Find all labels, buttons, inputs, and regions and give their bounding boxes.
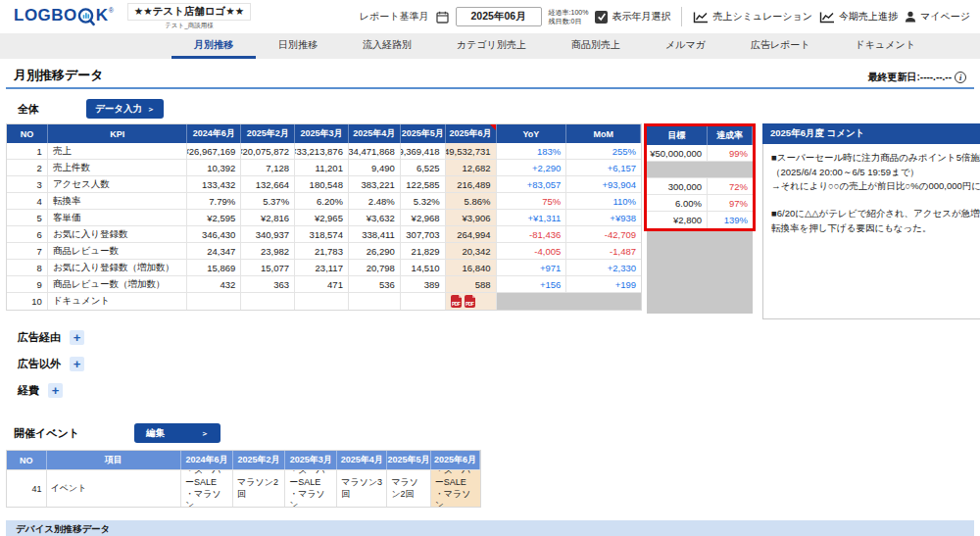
elapsed-rate: 経過率:100% (549, 8, 589, 17)
value-cell: ¥2,965 (295, 210, 349, 225)
value-cell: 15,869 (187, 260, 241, 275)
comment-marker-icon (490, 124, 496, 130)
logbook-logo[interactable]: LOGBO K ® (14, 5, 114, 28)
target-row: ¥50,000,00099% (647, 145, 753, 162)
kpi-name: 商品レビュー数 (48, 243, 188, 259)
comment-line: ■6/20に△△がテレビで紹介され、アクセスが急増。 (771, 207, 980, 221)
target-row: 6.00%97% (647, 195, 753, 212)
value-cell: 20,798 (349, 260, 401, 275)
value-cell: 15,077 (241, 260, 295, 275)
row-no: 9 (7, 276, 48, 292)
tab-流入経路別[interactable]: 流入経路別 (340, 33, 434, 59)
value-cell: 20,342 (446, 243, 497, 259)
value-cell: 14,510 (401, 260, 446, 275)
data-input-button[interactable]: データ入力 ＞ (86, 99, 164, 119)
row-no: 3 (7, 176, 48, 192)
value-cell: 132,664 (241, 176, 295, 192)
kpi-name: 売上 (48, 143, 188, 159)
value-cell: 5.86% (446, 193, 497, 209)
info-icon[interactable]: i (955, 72, 966, 83)
value-cell (349, 293, 401, 310)
expand-plus-icon[interactable]: + (48, 383, 63, 398)
main-content: 月別推移データ 最終更新日:----.--.-- i 全体 データ入力 ＞ NO… (0, 67, 980, 536)
value-cell: 122,585 (401, 176, 446, 192)
pdf-file-icon[interactable] (451, 295, 462, 308)
event-edit-button[interactable]: 編集 ＞ (134, 423, 220, 443)
value-cell: 21,783 (295, 243, 349, 259)
sales-simulation-link[interactable]: 売上シミュレーション (693, 10, 812, 24)
event-item-name: イベント (47, 470, 181, 507)
tab-月別推移[interactable]: 月別推移 (172, 33, 256, 59)
data-input-label: データ入力 (95, 103, 142, 116)
mom-cell: +93,904 (566, 176, 641, 192)
row-no: 7 (7, 243, 48, 259)
pdf-file-icon[interactable] (465, 295, 475, 308)
sales-progress-link[interactable]: 今期売上進捗 (819, 10, 898, 24)
tab-メルマガ[interactable]: メルマガ (643, 33, 728, 59)
calendar-icon[interactable] (436, 11, 449, 24)
store-logo: ★★テスト店舗ロゴ★★ テスト_商談用様 (127, 3, 251, 30)
yoy-cell: 183% (497, 143, 567, 159)
table-row: 3アクセス人数133,432132,664180,548383,221122,5… (7, 176, 641, 193)
column-header: 2025年6月 (431, 451, 480, 469)
yoy-cell: +83,057 (497, 176, 567, 192)
kpi-name: 売上件数 (48, 160, 188, 175)
row-no: 5 (7, 210, 48, 225)
expand-plus-icon[interactable]: + (70, 330, 84, 345)
comment-body: ■スーパーセール時に注力商品のみポイント5倍施策を実施。（2025/6/4 20… (762, 144, 980, 319)
registered-mark: ® (109, 7, 114, 14)
value-cell (295, 293, 349, 310)
magnifier-logo-icon (76, 7, 97, 28)
value-cell: 7,128 (241, 160, 295, 175)
target-table-header-row: 目標達成率 (647, 126, 753, 145)
tab-商品別売上[interactable]: 商品別売上 (549, 33, 643, 59)
tab-ドキュメント[interactable]: ドキュメント (833, 33, 938, 59)
line-chart-icon (693, 11, 709, 24)
disabled-cell (497, 293, 642, 310)
table-row: 6お気に入り登録数346,430340,937318,574338,411307… (7, 226, 641, 243)
column-header: 2025年4月 (349, 124, 401, 143)
event-line: ・スーパーSALE (185, 470, 228, 489)
table-row: 8お気に入り登録数（増加数）15,86915,07723,11720,79814… (7, 260, 641, 276)
value-cell: ¥3,906 (446, 210, 497, 225)
event-line: マラソン2回 (391, 477, 425, 500)
mom-cell: 255% (566, 143, 641, 159)
report-month-input[interactable]: 2025年06月 (456, 7, 542, 26)
column-header: 2025年2月 (241, 124, 295, 143)
value-cell: ¥19,369,418 (401, 143, 446, 159)
display-month-select-label: 表示年月選択 (612, 10, 670, 24)
tab-カテゴリ別売上[interactable]: カテゴリ別売上 (434, 33, 549, 59)
table-row: 7商品レビュー数24,34723,98221,78326,29021,82920… (7, 243, 641, 260)
target-cell: ¥2,800 (647, 212, 708, 228)
comment-header: 2025年6月度 コメント 編集> (762, 123, 980, 144)
tab-広告レポート[interactable]: 広告レポート (728, 33, 833, 59)
mypage-link[interactable]: マイページ (905, 10, 970, 24)
target-row (647, 162, 753, 178)
column-header: 2025年5月 (387, 451, 430, 469)
yoy-cell: 75% (497, 193, 567, 209)
event-section-header: 開催イベント 編集 ＞ (6, 422, 974, 444)
value-cell: 346,430 (187, 226, 241, 242)
column-header: 2025年5月 (401, 124, 446, 143)
device-section-bar[interactable]: デバイス別推移データ (6, 520, 974, 536)
target-empty-block (647, 231, 753, 314)
value-cell: 2.48% (349, 193, 401, 209)
overall-label: 全体 (18, 102, 39, 117)
comment-line: ■スーパーセール時に注力商品のみポイント5倍施策を実施。 (771, 151, 980, 166)
value-cell: ¥26,967,169 (187, 143, 241, 159)
event-line: ・マラソン (185, 489, 228, 508)
tab-日別推移[interactable]: 日別推移 (256, 33, 340, 59)
event-line: ・スーパーSALE (435, 470, 476, 489)
target-rate-table-highlighted: 目標達成率¥50,000,00099%300,00072%6.00%97%¥2,… (644, 123, 756, 231)
value-cell: 6,525 (401, 160, 446, 175)
expand-plus-icon[interactable]: + (70, 357, 84, 371)
rate-cell: 99% (708, 145, 753, 161)
expand-section-label: 経費 (18, 383, 39, 398)
display-month-select[interactable]: 表示年月選択 (595, 10, 670, 24)
value-cell: 21,829 (401, 243, 446, 259)
column-header: 2025年3月 (295, 124, 349, 143)
table-row: 4転換率7.79%5.37%6.20%2.48%5.32%5.86%75%110… (7, 193, 641, 210)
value-cell: 389 (401, 276, 446, 292)
value-cell: ¥34,471,868 (349, 143, 401, 159)
value-cell: 26,290 (349, 243, 401, 259)
